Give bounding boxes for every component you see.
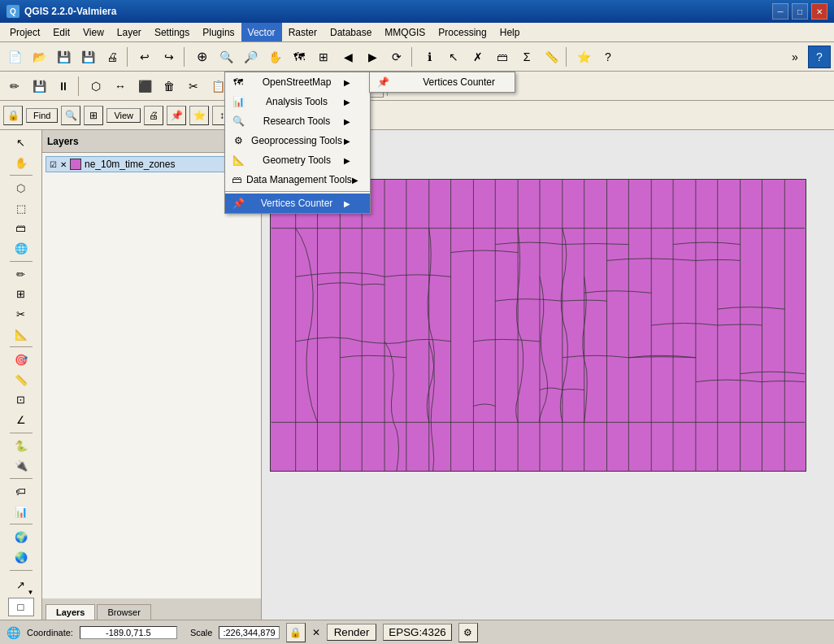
- measure-angle-button[interactable]: ∠: [8, 411, 34, 429]
- more-tools-button[interactable]: »: [784, 46, 806, 68]
- world-2-button[interactable]: 🌏: [8, 548, 34, 567]
- measure-area-button[interactable]: ⊡: [8, 391, 34, 410]
- spatial-bookmark-button[interactable]: ⭐: [189, 106, 209, 125]
- add-wms-button[interactable]: 🌐: [8, 239, 34, 258]
- new-project-button[interactable]: 📄: [3, 46, 26, 68]
- node-tool-button[interactable]: ⬛: [133, 75, 156, 98]
- add-raster-layer-button[interactable]: ⬚: [8, 199, 34, 218]
- save-edits-button[interactable]: 💾: [28, 75, 50, 98]
- open-table-button[interactable]: 🗃: [491, 46, 514, 68]
- save-as-button[interactable]: 💾: [76, 46, 99, 68]
- menu-database[interactable]: Database: [324, 23, 378, 41]
- select-button[interactable]: ↖: [442, 46, 465, 68]
- zoom-full-button[interactable]: ⊕: [190, 46, 213, 68]
- settings-button[interactable]: ⚙: [458, 623, 478, 642]
- bookmarks-button[interactable]: ⭐: [572, 46, 595, 68]
- white-square-button[interactable]: □: [8, 598, 34, 616]
- view-button[interactable]: View: [106, 108, 141, 123]
- lock-scale-button[interactable]: 🔒: [286, 623, 306, 642]
- zoom-in-button[interactable]: 🔍: [215, 46, 237, 68]
- zoom-layer-button[interactable]: 🗺: [288, 46, 311, 68]
- zoom-last-button[interactable]: ◀: [337, 46, 359, 68]
- search-icon-button[interactable]: 🔍: [61, 106, 80, 125]
- submenu-vertices-counter[interactable]: 📌 Vertices Counter: [370, 72, 515, 92]
- submenu-vertices-icon: 📌: [376, 76, 389, 89]
- maximize-button[interactable]: □: [792, 3, 808, 20]
- undo-button[interactable]: ↩: [133, 46, 156, 68]
- snapping-button[interactable]: 🎯: [8, 350, 34, 369]
- zoom-selection-button[interactable]: ⊞: [312, 46, 335, 68]
- add-db-layer-button[interactable]: 🗃: [8, 220, 34, 238]
- stat-summary-button[interactable]: Σ: [515, 46, 538, 68]
- close-button[interactable]: ✕: [811, 3, 827, 20]
- identify-button[interactable]: ℹ: [418, 46, 441, 68]
- dropdown-vertices-counter[interactable]: 📌 Vertices Counter ▶: [225, 194, 370, 213]
- epsg-button[interactable]: EPSG:4326: [383, 624, 451, 641]
- menu-mmqgis[interactable]: MMQGIS: [378, 23, 432, 41]
- zoom-next-button[interactable]: ▶: [361, 46, 384, 68]
- plugin-manager-button[interactable]: 🔌: [8, 457, 34, 476]
- map-canvas[interactable]: [270, 179, 806, 472]
- python-console-button[interactable]: 🐍: [8, 437, 34, 455]
- diagram-button[interactable]: 📊: [8, 503, 34, 521]
- zoom-out-button[interactable]: 🔎: [239, 46, 262, 68]
- layer-close-button[interactable]: ✕: [60, 160, 67, 169]
- menu-edit[interactable]: Edit: [46, 23, 76, 41]
- cut-features-button[interactable]: ✂: [182, 75, 205, 98]
- show-tips-button[interactable]: ?: [597, 46, 619, 68]
- menu-help[interactable]: Help: [493, 23, 527, 41]
- measure-line-button[interactable]: 📏: [8, 371, 34, 389]
- dropdown-analysis-tools[interactable]: 📊 Analysis Tools ▶: [225, 92, 370, 111]
- dropdown-data-management[interactable]: 🗃 Data Management Tools ▶: [225, 170, 370, 189]
- pan-button[interactable]: ✋: [263, 46, 286, 68]
- grid-button[interactable]: ⊞: [84, 106, 103, 125]
- help-button[interactable]: ?: [808, 46, 831, 68]
- add-polygon-button[interactable]: 📐: [8, 325, 34, 344]
- print-button[interactable]: 🖨: [101, 46, 124, 68]
- pan-map-left-button[interactable]: ✋: [8, 154, 34, 172]
- move-feature-button[interactable]: ↔: [109, 75, 132, 98]
- move-node-button[interactable]: ✂: [8, 305, 34, 324]
- tab-browser[interactable]: Browser: [97, 604, 150, 620]
- tab-layers[interactable]: Layers: [46, 604, 95, 620]
- add-vector-layer-button[interactable]: ⬡: [8, 179, 34, 198]
- edit-tool-button[interactable]: ✏: [8, 265, 34, 284]
- refresh-button[interactable]: ⟳: [385, 46, 408, 68]
- print-composer-button[interactable]: 🖨: [144, 106, 163, 125]
- left-toolbar: ↖ ✋ ⬡ ⬚ 🗃 🌐 ✏ ⊞ ✂ 📐 🎯 📏 ⊡ ∠ 🐍 🔌 🏷 📊 🌍 🌏 …: [0, 130, 42, 620]
- dropdown-geoprocessing-tools[interactable]: ⚙ Geoprocessing Tools ▶: [225, 131, 370, 150]
- digitize-button[interactable]: ✏: [3, 75, 26, 98]
- measure-button[interactable]: 📏: [540, 46, 563, 68]
- world-globe-button[interactable]: 🌍: [8, 528, 34, 546]
- minimize-button[interactable]: ─: [772, 3, 788, 20]
- menu-processing[interactable]: Processing: [432, 23, 493, 41]
- menu-vector[interactable]: Vector: [241, 23, 282, 41]
- delete-selected-button[interactable]: 🗑: [158, 75, 180, 98]
- select-features-button[interactable]: ↖: [8, 133, 34, 152]
- digitize-toggle[interactable]: ⏸: [52, 75, 75, 98]
- toolbar-separator-4: [566, 47, 569, 67]
- dropdown-openstreetmap[interactable]: 🗺 OpenStreetMap ▶: [225, 72, 370, 92]
- add-feature-button[interactable]: ⬡: [85, 75, 107, 98]
- menu-view[interactable]: View: [76, 23, 111, 41]
- dropdown-research-tools[interactable]: 🔍 Research Tools ▶: [225, 111, 370, 131]
- menu-settings[interactable]: Settings: [148, 23, 196, 41]
- open-button[interactable]: 📂: [28, 46, 50, 68]
- label-button[interactable]: 🏷: [8, 482, 34, 501]
- menu-layer[interactable]: Layer: [111, 23, 148, 41]
- menu-plugins[interactable]: Plugins: [196, 23, 241, 41]
- redo-button[interactable]: ↪: [158, 46, 180, 68]
- render-button[interactable]: Render: [327, 624, 377, 641]
- find-button[interactable]: Find: [26, 108, 58, 123]
- menu-project[interactable]: Project: [3, 23, 46, 41]
- deselect-button[interactable]: ✗: [467, 46, 489, 68]
- lock-button[interactable]: 🔒: [3, 106, 23, 125]
- dropdown-geometry-tools[interactable]: 📐 Geometry Tools ▶: [225, 150, 370, 170]
- save-button[interactable]: 💾: [52, 46, 75, 68]
- left-toolbar-sep-6: [10, 524, 33, 524]
- annotations-button[interactable]: 📌: [167, 106, 186, 125]
- node-edit-button[interactable]: ⊞: [8, 285, 34, 303]
- main-area: ↖ ✋ ⬡ ⬚ 🗃 🌐 ✏ ⊞ ✂ 📐 🎯 📏 ⊡ ∠ 🐍 🔌 🏷 📊 🌍 🌏 …: [0, 130, 834, 620]
- menu-raster[interactable]: Raster: [282, 23, 324, 41]
- layer-visibility-toggle[interactable]: ☑: [50, 160, 57, 169]
